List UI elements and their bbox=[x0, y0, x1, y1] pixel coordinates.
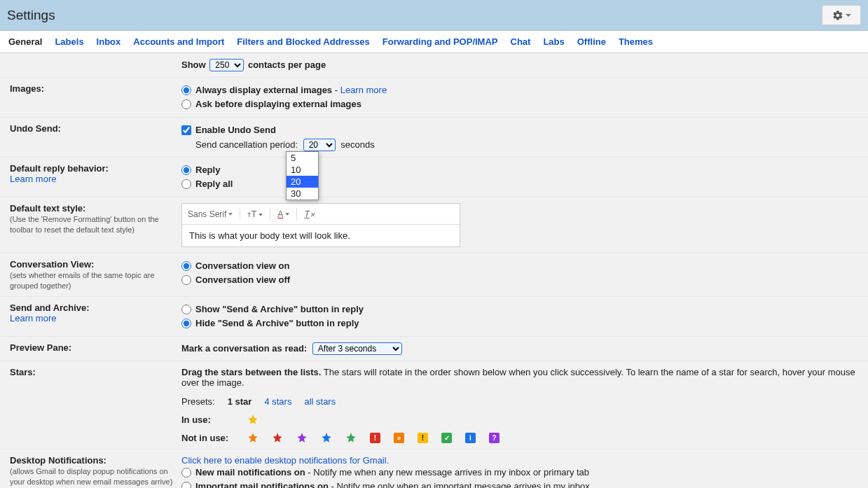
conv-label: Conversation View: bbox=[10, 259, 94, 270]
settings-content: Show 250 contacts per page Images: Alway… bbox=[0, 53, 868, 488]
row-preview-pane: Preview Pane: Mark a conversation as rea… bbox=[0, 337, 868, 361]
mark-as-read-label: Mark a conversation as read: bbox=[181, 343, 307, 354]
settings-tabs: GeneralLabelsInboxAccounts and ImportFil… bbox=[0, 31, 868, 53]
row-images: Images: Always display external images -… bbox=[0, 78, 868, 118]
conv-hint: (sets whether emails of the same topic a… bbox=[10, 271, 155, 290]
show-sendarchive-radio[interactable] bbox=[181, 305, 191, 314]
images-ask-radio[interactable] bbox=[181, 99, 191, 109]
conv-on-radio[interactable] bbox=[181, 261, 191, 271]
tab-general[interactable]: General bbox=[8, 32, 42, 51]
contacts-show-label: Show bbox=[181, 60, 206, 70]
reply-label: Default reply behavior: bbox=[10, 163, 109, 174]
textstyle-box: Sans Serif тT A T✕ This is what your bod… bbox=[181, 203, 460, 247]
tab-inbox[interactable]: Inbox bbox=[97, 32, 121, 51]
undo-enable-label: Enable Undo Send bbox=[195, 123, 276, 137]
notif-important-radio[interactable] bbox=[181, 482, 191, 488]
tab-themes[interactable]: Themes bbox=[619, 32, 653, 51]
preset-1star[interactable]: 1 star bbox=[228, 396, 252, 407]
row-conversation-view: Conversation View: (sets whether emails … bbox=[0, 253, 868, 297]
font-color-picker[interactable]: A bbox=[277, 209, 289, 219]
tab-offline[interactable]: Offline bbox=[577, 32, 606, 51]
presets-label: Presets: bbox=[181, 396, 215, 407]
preset-4stars[interactable]: 4 stars bbox=[264, 396, 291, 407]
preview-label: Preview Pane: bbox=[10, 342, 71, 353]
notif-enable-link[interactable]: Click here to enable desktop notificatio… bbox=[181, 455, 389, 466]
not-in-use-label: Not in use: bbox=[181, 433, 234, 443]
star-yellow-icon[interactable] bbox=[247, 414, 259, 425]
notif-hint: (allows Gmail to display popup notificat… bbox=[10, 467, 172, 486]
undo-option-5[interactable]: 5 bbox=[287, 152, 318, 164]
undo-option-10[interactable]: 10 bbox=[287, 164, 318, 176]
reply-radio[interactable] bbox=[181, 165, 191, 175]
undo-enable-checkbox[interactable] bbox=[181, 125, 191, 135]
gear-icon bbox=[832, 10, 843, 21]
reply-opt-label: Reply bbox=[195, 163, 220, 177]
stars-label: Stars: bbox=[10, 367, 36, 377]
conv-off-radio[interactable] bbox=[181, 275, 191, 285]
settings-header: Settings bbox=[0, 0, 868, 31]
font-size-picker[interactable]: тT bbox=[247, 209, 263, 219]
hide-sendarchive-label: Hide "Send & Archive" button in reply bbox=[195, 316, 359, 330]
tab-labels[interactable]: Labels bbox=[55, 32, 83, 51]
tab-accounts-and-import[interactable]: Accounts and Import bbox=[133, 32, 224, 51]
purple-question-icon[interactable]: ? bbox=[489, 433, 500, 443]
row-desktop-notifications: Desktop Notifications: (allows Gmail to … bbox=[0, 449, 868, 488]
in-use-label: In use: bbox=[181, 414, 234, 425]
blue-info-icon[interactable]: i bbox=[465, 433, 476, 443]
undo-option-20[interactable]: 20 bbox=[287, 176, 318, 188]
row-contacts: Show 250 contacts per page bbox=[0, 53, 868, 78]
gear-menu-button[interactable] bbox=[822, 5, 861, 25]
star-purple-icon[interactable] bbox=[296, 432, 308, 443]
images-always-radio[interactable] bbox=[181, 85, 191, 95]
conv-on-label: Conversation view on bbox=[195, 259, 289, 273]
reply-all-radio[interactable] bbox=[181, 179, 191, 189]
hide-sendarchive-radio[interactable] bbox=[181, 319, 191, 328]
caret-down-icon bbox=[846, 14, 851, 17]
notif-new-radio[interactable] bbox=[181, 468, 191, 477]
row-reply: Default reply behavior: Learn more Reply… bbox=[0, 158, 868, 197]
textstyle-label: Default text style: bbox=[10, 203, 85, 214]
undo-option-30[interactable]: 30 bbox=[287, 188, 318, 200]
green-check-icon[interactable]: ✓ bbox=[441, 433, 452, 443]
star-green-icon[interactable] bbox=[345, 432, 357, 443]
red-bang-icon[interactable]: ! bbox=[370, 433, 380, 443]
preset-allstars[interactable]: all stars bbox=[304, 396, 336, 407]
sendarchive-learn-more-link[interactable]: Learn more bbox=[10, 313, 56, 323]
undo-period-select[interactable]: 20 bbox=[303, 139, 336, 151]
textstyle-hint: (Use the 'Remove Formatting' button on t… bbox=[10, 215, 159, 234]
yellow-bang-icon[interactable]: ! bbox=[418, 433, 428, 443]
textstyle-preview: This is what your body text will look li… bbox=[182, 225, 460, 246]
stars-drag-bold: Drag the stars between the lists. bbox=[181, 367, 321, 377]
undo-label: Undo Send: bbox=[10, 123, 61, 134]
undo-period-label: Send cancellation period: bbox=[195, 139, 298, 150]
tab-chat[interactable]: Chat bbox=[511, 32, 531, 51]
sendarchive-label: Send and Archive: bbox=[10, 302, 90, 313]
tab-filters-and-blocked-addresses[interactable]: Filters and Blocked Addresses bbox=[237, 32, 370, 51]
tab-forwarding-and-pop-imap[interactable]: Forwarding and POP/IMAP bbox=[383, 32, 498, 51]
reply-learn-more-link[interactable]: Learn more bbox=[10, 174, 56, 184]
font-family-picker[interactable]: Sans Serif bbox=[188, 209, 233, 219]
show-sendarchive-label: Show "Send & Archive" button in reply bbox=[195, 302, 364, 316]
undo-seconds-label: seconds bbox=[340, 139, 374, 150]
page-title: Settings bbox=[7, 8, 55, 23]
images-learn-more-link[interactable]: Learn more bbox=[340, 85, 387, 95]
remove-formatting-button[interactable]: T✕ bbox=[304, 209, 315, 219]
notif-new-bold: New mail notifications on bbox=[195, 467, 305, 477]
reply-all-label: Reply all bbox=[195, 177, 233, 191]
notif-new-text: - Notify me when any new message arrives… bbox=[305, 467, 589, 477]
undo-period-dropdown[interactable]: 5102030 bbox=[286, 151, 319, 200]
contacts-suffix: contacts per page bbox=[248, 60, 326, 70]
contacts-per-page-select[interactable]: 250 bbox=[209, 59, 244, 71]
row-undo-send: Undo Send: Enable Undo Send Send cancell… bbox=[0, 118, 868, 158]
conv-off-label: Conversation view off bbox=[195, 273, 290, 287]
row-stars: Stars: Drag the stars between the lists.… bbox=[0, 361, 868, 449]
mark-as-read-select[interactable]: After 3 seconds bbox=[312, 342, 402, 355]
tab-labs[interactable]: Labs bbox=[543, 32, 564, 51]
orange-arrows-icon[interactable]: » bbox=[394, 433, 404, 443]
images-always-label: Always display external images bbox=[195, 85, 332, 95]
row-send-archive: Send and Archive: Learn more Show "Send … bbox=[0, 297, 868, 337]
images-ask-label: Ask before displaying external images bbox=[195, 97, 361, 111]
star-red-icon[interactable] bbox=[272, 432, 283, 443]
star-blue-icon[interactable] bbox=[321, 432, 332, 443]
star-orange-icon[interactable] bbox=[247, 432, 259, 443]
